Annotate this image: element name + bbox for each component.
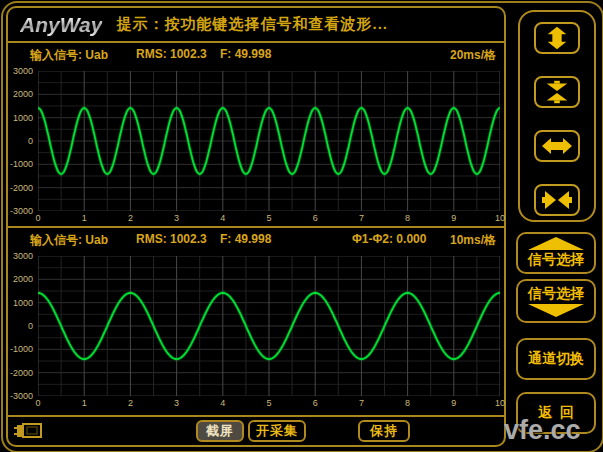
- waveform-panel-1: 输入信号: Uab RMS: 1002.3 F: 49.998 20ms/格 3…: [8, 43, 504, 228]
- y-tick-label: -2000: [10, 183, 33, 193]
- plot-area-1: [38, 71, 500, 211]
- channel-switch-label: 通道切换: [528, 350, 584, 368]
- signal-select-label: 信号选择: [528, 285, 584, 303]
- rms-label: RMS:: [136, 47, 167, 61]
- waveform-plot: [38, 256, 500, 396]
- x-axis-labels: 012345678910: [38, 398, 500, 410]
- screenshot-button[interactable]: 截屏: [196, 420, 244, 442]
- vfe-watermark: vfe.cc: [504, 415, 581, 446]
- hold-button[interactable]: 保持: [358, 420, 410, 442]
- hint-text: 提示：按功能键选择信号和查看波形...: [116, 15, 388, 34]
- compress-horizontal-button[interactable]: [534, 184, 580, 216]
- x-tick-label: 2: [118, 213, 142, 223]
- waveform-panel-2: 输入信号: Uab RMS: 1002.3 F: 49.998 Φ1-Φ2: 0…: [8, 228, 504, 417]
- x-tick-label: 9: [442, 213, 466, 223]
- y-tick-label: -2000: [10, 368, 33, 378]
- plot-area-2: [38, 256, 500, 396]
- expand-horizontal-icon: [542, 135, 572, 157]
- panel-2-header: 输入信号: Uab RMS: 1002.3 F: 49.998 Φ1-Φ2: 0…: [8, 232, 504, 248]
- x-tick-label: 0: [26, 213, 50, 223]
- rms-readout: RMS: 1002.3: [136, 47, 207, 61]
- freq-readout: F: 49.998: [220, 47, 271, 61]
- battery-icon: [14, 422, 44, 440]
- x-tick-label: 8: [396, 213, 420, 223]
- x-tick-label: 3: [165, 398, 189, 408]
- x-tick-label: 4: [211, 213, 235, 223]
- x-tick-label: 0: [26, 398, 50, 408]
- title-bar: AnyWay 提示：按功能键选择信号和查看波形...: [8, 8, 504, 43]
- y-tick-label: -1000: [10, 344, 33, 354]
- timebase-readout: 10ms/格: [450, 232, 496, 249]
- rms-value: 1002.3: [170, 232, 207, 246]
- expand-vertical-icon: [543, 26, 571, 50]
- y-tick-label: 0: [28, 321, 33, 331]
- start-acquisition-button[interactable]: 开采集: [248, 420, 306, 442]
- y-tick-label: 0: [28, 136, 33, 146]
- anyway-logo: AnyWay: [20, 13, 102, 37]
- y-tick-label: 1000: [13, 113, 33, 123]
- rms-label: RMS:: [136, 232, 167, 246]
- x-tick-label: 2: [118, 398, 142, 408]
- input-signal-label: 输入信号:: [30, 48, 82, 62]
- freq-label: F:: [220, 232, 231, 246]
- signal-value: Uab: [85, 233, 108, 247]
- signal-select-down-button[interactable]: 信号选择: [516, 279, 596, 323]
- freq-label: F:: [220, 47, 231, 61]
- x-tick-label: 10: [488, 398, 512, 408]
- expand-vertical-button[interactable]: [534, 22, 580, 54]
- x-tick-label: 8: [396, 398, 420, 408]
- y-tick-label: 3000: [13, 251, 33, 261]
- waveform-plot: [38, 71, 500, 211]
- y-axis-labels: 3000200010000-1000-2000-3000: [8, 256, 35, 396]
- signal-label: 输入信号: Uab: [30, 232, 108, 249]
- y-tick-label: 2000: [13, 89, 33, 99]
- rms-value: 1002.3: [170, 47, 207, 61]
- y-tick-label: 3000: [13, 66, 33, 76]
- x-tick-label: 10: [488, 213, 512, 223]
- compress-vertical-icon: [543, 80, 571, 104]
- channel-switch-button[interactable]: 通道切换: [516, 338, 596, 380]
- x-axis-labels: 012345678910: [38, 213, 500, 225]
- x-tick-label: 6: [303, 398, 327, 408]
- triangle-up-icon: [528, 237, 584, 250]
- x-tick-label: 7: [349, 398, 373, 408]
- freq-value: 49.998: [235, 47, 272, 61]
- y-axis-labels: 3000200010000-1000-2000-3000: [8, 71, 35, 211]
- triangle-down-icon: [528, 304, 584, 317]
- x-tick-label: 5: [257, 213, 281, 223]
- bottom-bar: 截屏 开采集 保持: [8, 419, 504, 445]
- compress-horizontal-icon: [542, 189, 572, 211]
- x-tick-label: 4: [211, 398, 235, 408]
- x-tick-label: 3: [165, 213, 189, 223]
- input-signal-label: 输入信号:: [30, 233, 82, 247]
- compress-vertical-button[interactable]: [534, 76, 580, 108]
- zoom-button-group: [518, 10, 596, 222]
- rms-readout: RMS: 1002.3: [136, 232, 207, 246]
- x-tick-label: 1: [72, 398, 96, 408]
- main-display-area: AnyWay 提示：按功能键选择信号和查看波形... 输入信号: Uab RMS…: [6, 6, 506, 447]
- x-tick-label: 9: [442, 398, 466, 408]
- x-tick-label: 7: [349, 213, 373, 223]
- x-tick-label: 5: [257, 398, 281, 408]
- x-tick-label: 6: [303, 213, 327, 223]
- x-tick-label: 1: [72, 213, 96, 223]
- signal-select-up-button[interactable]: 信号选择: [516, 232, 596, 274]
- y-tick-label: -1000: [10, 159, 33, 169]
- expand-horizontal-button[interactable]: [534, 130, 580, 162]
- timebase-readout: 20ms/格: [450, 47, 496, 64]
- panel-1-header: 输入信号: Uab RMS: 1002.3 F: 49.998 20ms/格: [8, 47, 504, 63]
- y-tick-label: 1000: [13, 298, 33, 308]
- freq-value: 49.998: [235, 232, 272, 246]
- signal-select-label: 信号选择: [528, 251, 584, 269]
- y-tick-label: 2000: [13, 274, 33, 284]
- phase-readout: Φ1-Φ2: 0.000: [352, 232, 426, 246]
- signal-value: Uab: [85, 48, 108, 62]
- signal-label: 输入信号: Uab: [30, 47, 108, 64]
- freq-readout: F: 49.998: [220, 232, 271, 246]
